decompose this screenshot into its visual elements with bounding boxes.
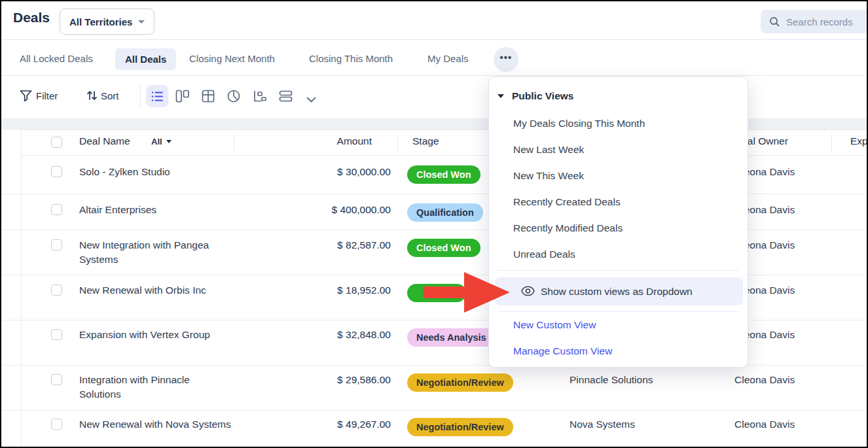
tabbar-divider xyxy=(1,75,867,76)
deal-name-filter-label: All xyxy=(151,137,162,146)
new-custom-view-link[interactable]: New Custom View xyxy=(513,319,596,331)
page-title: Deals xyxy=(13,10,50,26)
filter-icon[interactable] xyxy=(20,90,32,105)
manage-custom-view-link[interactable]: Manage Custom View xyxy=(513,345,612,357)
deal-name-link[interactable]: Expansion with Vertex Group xyxy=(79,328,233,342)
row-checkbox[interactable] xyxy=(51,374,62,385)
deal-name-link[interactable]: New Renewal with Nova Systems xyxy=(79,417,233,432)
row-checkbox[interactable] xyxy=(51,239,62,250)
account-name-cell: Nova Systems xyxy=(570,417,635,432)
menu-item-my-deals-closing-this-month[interactable]: My Deals Closing This Month xyxy=(513,118,645,129)
column-divider xyxy=(397,134,398,151)
show-custom-views-label: Show custom views as Dropdown xyxy=(541,277,693,305)
deal-name-link[interactable]: New Renewal with Orbis Inc xyxy=(79,283,233,298)
menu-item-recently-created-deals[interactable]: Recently Created Deals xyxy=(513,196,621,208)
column-divider xyxy=(831,134,832,151)
deal-name-link[interactable]: Altair Enterprises xyxy=(79,203,233,217)
eye-icon xyxy=(521,286,535,299)
stage-badge: Needs Analysis xyxy=(407,328,496,347)
pie-chart-view-icon[interactable] xyxy=(227,90,240,105)
show-custom-views-as-dropdown-item[interactable]: Show custom views as Dropdown xyxy=(495,277,743,305)
chevron-down-icon xyxy=(138,20,145,24)
table-view-icon[interactable] xyxy=(202,90,215,105)
col-stage[interactable]: Stage xyxy=(412,135,439,147)
column-divider xyxy=(234,134,234,151)
stage-badge: Qualification xyxy=(407,203,483,222)
select-all-checkbox[interactable] xyxy=(51,137,62,148)
row-checkbox[interactable] xyxy=(51,419,62,430)
deal-owner-cell: Cleona Davis xyxy=(734,373,795,387)
deal-name-filter-dropdown[interactable]: All xyxy=(151,137,172,146)
sort-icon[interactable] xyxy=(86,90,98,104)
tab-my-deals[interactable]: My Deals xyxy=(427,53,469,64)
stage-badge: Closed Won xyxy=(407,165,480,184)
deal-name-link[interactable]: Integration with Pinnacle Solutions xyxy=(79,373,233,402)
chart-view-icon[interactable] xyxy=(253,90,266,105)
more-views-button[interactable]: ••• xyxy=(494,47,518,72)
list-view-icon[interactable] xyxy=(146,85,168,107)
table-row[interactable]: Integration with Pinnacle Solutions $ 29… xyxy=(1,365,867,411)
toolbar-divider xyxy=(140,85,141,107)
header-divider xyxy=(1,39,867,40)
row-checkbox[interactable] xyxy=(51,329,62,340)
amount-cell: $ 82,587.00 xyxy=(276,238,391,252)
menu-item-recently-modified-deals[interactable]: Recently Modified Deals xyxy=(513,222,623,234)
table-row[interactable]: New Renewal with Nova Systems $ 49,267.0… xyxy=(1,410,867,448)
public-views-header: Public Views xyxy=(512,90,573,102)
col-deal-name[interactable]: Deal Name xyxy=(79,135,130,147)
menu-item-new-last-week[interactable]: New Last Week xyxy=(513,144,584,156)
row-checkbox[interactable] xyxy=(51,284,62,296)
filter-button[interactable]: Filter xyxy=(36,90,58,101)
search-icon xyxy=(769,16,780,27)
tab-closing-this-month[interactable]: Closing This Month xyxy=(309,53,393,64)
deal-name-link[interactable]: Solo - Zylken Studio xyxy=(79,165,233,179)
annotation-arrow-icon xyxy=(464,272,510,313)
tab-all-locked-deals[interactable]: All Locked Deals xyxy=(20,53,93,64)
annotation-arrow-shaft xyxy=(424,286,465,298)
deals-page: Deals All Territories Search records All… xyxy=(0,0,868,448)
menu-item-new-this-week[interactable]: New This Week xyxy=(513,170,584,182)
amount-cell: $ 400,000.00 xyxy=(276,203,391,217)
stage-badge: Negotiation/Review xyxy=(407,373,513,392)
tab-closing-next-month[interactable]: Closing Next Month xyxy=(189,53,275,64)
col-expected[interactable]: Exp xyxy=(850,135,868,147)
account-name-cell: Pinnacle Solutions xyxy=(570,373,653,387)
col-amount[interactable]: Amount xyxy=(283,135,372,147)
menu-divider xyxy=(498,311,738,312)
menu-divider xyxy=(498,270,738,271)
amount-cell: $ 29,586.00 xyxy=(276,373,391,387)
search-records-input[interactable]: Search records xyxy=(761,10,868,33)
territory-selector-label: All Territories xyxy=(69,16,132,27)
amount-cell: $ 30,000.00 xyxy=(276,165,391,179)
deal-owner-cell: Cleona Davis xyxy=(734,417,795,432)
search-placeholder: Search records xyxy=(786,16,853,27)
amount-cell: $ 18,952.00 xyxy=(276,283,391,298)
menu-item-unread-deals[interactable]: Unread Deals xyxy=(513,249,575,260)
amount-cell: $ 49,267.00 xyxy=(276,417,391,432)
tile-view-icon[interactable] xyxy=(279,90,293,105)
amount-cell: $ 32,848.00 xyxy=(276,328,391,342)
chevron-down-icon[interactable] xyxy=(306,94,316,105)
views-dropdown-panel: Public Views My Deals Closing This Month… xyxy=(488,77,748,368)
stage-badge: Negotiation/Review xyxy=(407,418,513,436)
territory-selector[interactable]: All Territories xyxy=(60,9,154,35)
stage-badge: Closed Won xyxy=(407,239,480,257)
tab-all-deals[interactable]: All Deals xyxy=(115,48,176,70)
collapse-caret-icon[interactable] xyxy=(497,94,504,98)
row-checkbox[interactable] xyxy=(51,166,62,177)
chevron-down-icon xyxy=(166,140,172,143)
sort-button[interactable]: Sort xyxy=(101,90,119,101)
kanban-view-icon[interactable] xyxy=(175,90,189,105)
row-checkbox[interactable] xyxy=(51,204,62,215)
deal-name-link[interactable]: New Integration with Pangea Systems xyxy=(79,238,233,267)
